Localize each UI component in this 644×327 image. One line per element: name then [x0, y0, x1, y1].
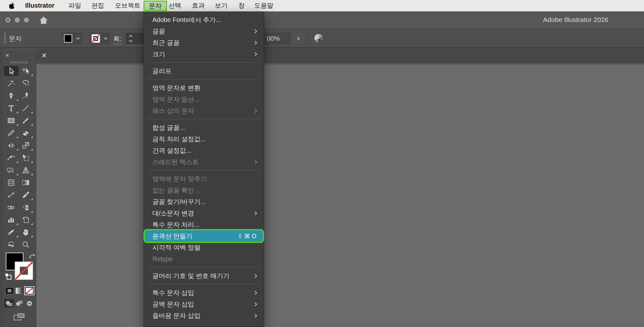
- gradient-tool[interactable]: [19, 178, 32, 187]
- menubar-item-window[interactable]: 창: [238, 1, 245, 10]
- lasso-tool[interactable]: [19, 79, 32, 87]
- tools-grid: [3, 67, 36, 249]
- menu-item: 없는 글꼴 확인...: [144, 184, 264, 196]
- type-tool[interactable]: [5, 104, 18, 112]
- menubar-item-select[interactable]: 선택: [168, 1, 181, 10]
- slice-tool[interactable]: [5, 228, 18, 236]
- home-icon[interactable]: [39, 16, 48, 26]
- menu-item[interactable]: 영역 문자로 변환: [144, 82, 264, 94]
- menu-item[interactable]: 크기: [144, 48, 264, 60]
- curvature-tool[interactable]: [19, 92, 32, 100]
- chevron-right-icon: [296, 37, 299, 40]
- artboard-tool[interactable]: [19, 216, 32, 224]
- paintbrush-tool[interactable]: [19, 116, 32, 125]
- canvas-area[interactable]: [36, 63, 644, 327]
- menubar-item-edit[interactable]: 편집: [91, 1, 104, 10]
- menu-item[interactable]: 글머리 기호 및 번호 매기기: [144, 270, 264, 282]
- fill-color-swatch[interactable]: [63, 33, 74, 44]
- perspective-grid-tool[interactable]: [19, 166, 32, 174]
- mesh-tool[interactable]: [5, 178, 18, 187]
- collapse-panel-icon[interactable]: «: [3, 50, 36, 59]
- toolbar-drag-handle[interactable]: [11, 61, 28, 64]
- direct-selection-tool[interactable]: [19, 67, 32, 75]
- rotate-view-tool[interactable]: [5, 240, 18, 249]
- menubar-item-type[interactable]: 문자: [144, 1, 167, 11]
- menu-item[interactable]: 글리프: [144, 65, 264, 77]
- stroke-swatch-none[interactable]: [15, 261, 33, 281]
- stroke-color-dropdown[interactable]: [101, 33, 109, 44]
- eyedropper-tool[interactable]: [19, 191, 32, 199]
- panel-drag-handle[interactable]: [4, 33, 6, 44]
- eraser-tool[interactable]: [19, 129, 32, 137]
- draw-behind-button[interactable]: [14, 299, 24, 308]
- menu-item[interactable]: 시각적 여백 정렬: [144, 242, 264, 253]
- close-tab-icon[interactable]: ×: [41, 52, 47, 59]
- menubar-item-file[interactable]: 파일: [68, 1, 81, 10]
- gradient-button[interactable]: [15, 287, 24, 295]
- reflect-tool[interactable]: [5, 141, 18, 150]
- menu-item[interactable]: 글꼴: [144, 25, 264, 37]
- menu-item-label: 없는 글꼴 확인...: [152, 186, 258, 195]
- color-button[interactable]: [5, 287, 14, 295]
- menu-item[interactable]: 공백 문자 삽입: [144, 298, 264, 310]
- menubar-item-view[interactable]: 보기: [215, 1, 228, 10]
- color-type-buttons: [3, 287, 36, 295]
- selection-tool[interactable]: [5, 67, 18, 75]
- stroke-weight-label[interactable]: 획:: [113, 35, 122, 45]
- menu-item[interactable]: 특수 문자 삽입: [144, 287, 264, 298]
- draw-inside-button[interactable]: [24, 299, 34, 308]
- menu-item[interactable]: 글꼴 찾기/바꾸기...: [144, 196, 264, 207]
- none-button[interactable]: [25, 287, 34, 295]
- menu-item[interactable]: 대/소문자 변경: [144, 207, 264, 219]
- close-window-button[interactable]: [5, 17, 10, 23]
- pen-tool[interactable]: [5, 92, 18, 100]
- menu-item[interactable]: 최근 글꼴: [144, 37, 264, 48]
- menu-item[interactable]: Adobe Fonts에서 추가...: [144, 14, 264, 25]
- menu-item[interactable]: 금칙 처리 설정값...: [144, 133, 264, 145]
- macos-menubar: Illustrator파일편집오브젝트문자선택효과보기창도움말: [0, 0, 644, 11]
- menubar-item-help[interactable]: 도움말: [254, 1, 273, 10]
- menubar-item-illustrator[interactable]: Illustrator: [25, 2, 54, 9]
- stroke-weight-stepper[interactable]: [126, 33, 136, 44]
- hand-tool[interactable]: [19, 228, 32, 236]
- more-options-button[interactable]: [293, 34, 303, 43]
- draw-normal-button[interactable]: [4, 299, 14, 308]
- width-tool[interactable]: [5, 154, 18, 162]
- color-wheel-icon[interactable]: [313, 33, 324, 45]
- menubar-item-object[interactable]: 오브젝트: [115, 1, 140, 10]
- document-tabbar[interactable]: ×: [36, 49, 644, 63]
- stroke-none-swatch[interactable]: [90, 33, 101, 44]
- zoom-window-button[interactable]: [24, 17, 29, 23]
- shaper-tool[interactable]: [5, 129, 18, 137]
- window-edge: [0, 49, 2, 327]
- default-fill-stroke-icon[interactable]: [4, 272, 12, 282]
- menu-item[interactable]: 줄바꿈 문자 삽입: [144, 310, 264, 321]
- menu-item[interactable]: 간격 설정값...: [144, 145, 264, 156]
- zoom-tool[interactable]: [19, 240, 32, 249]
- symbol-sprayer-tool[interactable]: [19, 203, 32, 212]
- measure-tool[interactable]: [5, 191, 18, 199]
- apple-menu-icon[interactable]: [9, 2, 15, 9]
- type-menu-panel: Adobe Fonts에서 추가...글꼴최근 글꼴크기글리프영역 문자로 변환…: [144, 11, 264, 327]
- menubar-item-effect[interactable]: 효과: [192, 1, 205, 10]
- fill-color-dropdown[interactable]: [74, 33, 82, 44]
- line-segment-tool[interactable]: [19, 104, 32, 112]
- tool-panel: «: [2, 49, 36, 327]
- scale-tool[interactable]: [19, 141, 32, 150]
- menu-item[interactable]: 윤곽선 만들기⇧⌘O: [145, 230, 263, 242]
- column-graph-tool[interactable]: [5, 216, 18, 224]
- menu-item[interactable]: 특수 문자 처리...: [144, 219, 264, 230]
- menu-item-label: 영역에 문자 맞추기: [152, 175, 258, 183]
- rectangle-tool[interactable]: [5, 116, 18, 125]
- shape-builder-tool[interactable]: [5, 166, 18, 174]
- chevron-up-icon: [129, 35, 132, 38]
- drawing-mode-buttons: [3, 299, 36, 308]
- free-transform-tool[interactable]: [19, 154, 32, 162]
- minimize-window-button[interactable]: [15, 17, 20, 23]
- menu-item-label: 글꼴 찾기/바꾸기...: [152, 198, 258, 206]
- swap-fill-stroke-icon[interactable]: [29, 253, 36, 260]
- screen-mode-button[interactable]: [12, 312, 26, 321]
- menu-item[interactable]: 합성 글꼴...: [144, 122, 264, 133]
- magic-wand-tool[interactable]: [5, 79, 18, 87]
- blend-tool[interactable]: [5, 203, 18, 212]
